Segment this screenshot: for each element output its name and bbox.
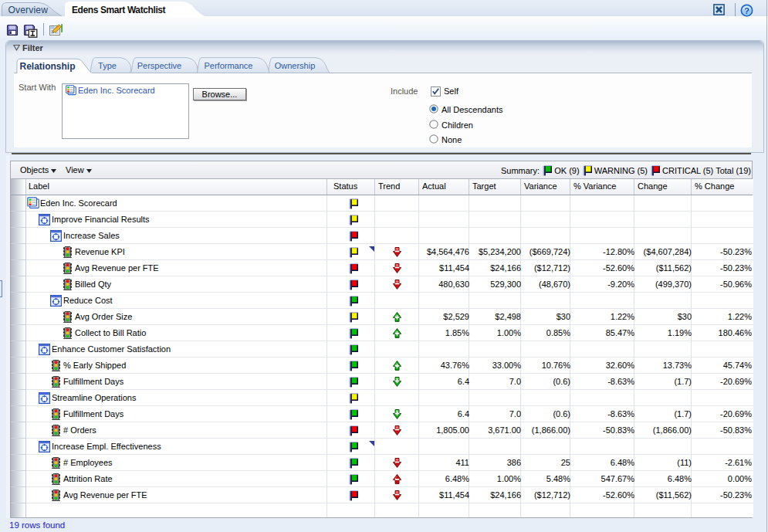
svg-text:Overview: Overview (8, 5, 49, 15)
svg-text:Type: Type (98, 61, 117, 70)
svg-text:?: ? (744, 6, 749, 15)
svg-text:Edens Smart Watchlist: Edens Smart Watchlist (72, 5, 166, 15)
svg-text:Perspective: Perspective (137, 61, 181, 70)
svg-text:Ownership: Ownership (275, 61, 316, 70)
svg-text:Performance: Performance (205, 61, 253, 70)
svg-text:Relationship: Relationship (20, 61, 76, 72)
